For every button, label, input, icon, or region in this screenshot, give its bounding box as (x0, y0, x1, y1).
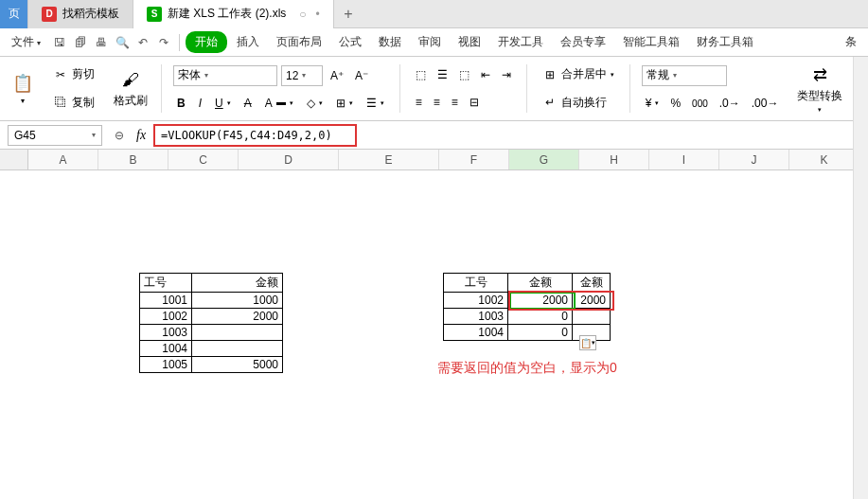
save-as-icon[interactable]: 🗐 (71, 33, 90, 52)
paste-options-button[interactable]: 📋▾ (579, 335, 596, 350)
source-table: 工号金额 10011000 10022000 1003 1004 1005500… (139, 273, 283, 373)
menu-layout[interactable]: 页面布局 (269, 30, 329, 54)
copy-icon: ⿻ (53, 95, 68, 110)
separator (179, 34, 180, 51)
font-size-combo[interactable]: 12▾ (281, 65, 323, 86)
border-button[interactable]: ⊞▾ (332, 95, 357, 112)
table-row: 1004 (140, 341, 283, 357)
menu-bar: 文件 ▾ 🖫 🗐 🖶 🔍 ↶ ↷ 开始 插入 页面布局 公式 数据 审阅 视图 … (0, 28, 868, 57)
dec-decimal-button[interactable]: .00→ (748, 95, 783, 112)
menu-review[interactable]: 审阅 (411, 30, 449, 54)
file-menu[interactable]: 文件 ▾ (4, 30, 48, 54)
tab-label: 找稻壳模板 (62, 6, 119, 22)
type-convert-button[interactable]: ⇄ 类型转换▾ (791, 61, 848, 116)
fill-color-button[interactable]: ◇▾ (303, 95, 327, 112)
col-header[interactable]: D (239, 150, 339, 169)
tab-workbook[interactable]: S 新建 XLS 工作表 (2).xls ○ • (133, 0, 334, 28)
wrap-text-button[interactable]: ↵自动换行 (539, 93, 618, 113)
save-icon[interactable]: 🖫 (50, 33, 69, 52)
strike-button[interactable]: A (240, 95, 256, 112)
align-left-button[interactable]: ≡ (412, 94, 426, 111)
indent-dec-button[interactable]: ⇤ (477, 66, 494, 83)
shrink-font-button[interactable]: A⁻ (351, 65, 372, 86)
col-header[interactable]: G (509, 150, 579, 169)
spreadsheet-icon: S (147, 7, 162, 22)
col-header[interactable]: H (579, 150, 649, 169)
lookup-table: 工号金额金额 100220002000 10030 10040 (443, 273, 611, 341)
menu-formula[interactable]: 公式 (331, 30, 369, 54)
number-format-combo[interactable]: 常规▾ (642, 65, 727, 86)
col-header[interactable]: I (649, 150, 719, 169)
bold-button[interactable]: B (173, 95, 189, 112)
table-row: 10022000 (140, 309, 283, 325)
inc-decimal-button[interactable]: .0→ (716, 95, 744, 112)
fx-icon[interactable]: fx (136, 128, 146, 143)
menu-member[interactable]: 会员专享 (553, 30, 613, 54)
tab-template[interactable]: D 找稻壳模板 (28, 0, 133, 28)
align-center-button[interactable]: ≡ (430, 94, 444, 111)
table-row: 1003 (140, 325, 283, 341)
close-icon[interactable]: • (316, 8, 320, 21)
undo-icon[interactable]: ↶ (133, 33, 152, 52)
tab-home[interactable]: 页 (0, 0, 28, 28)
align-middle-button[interactable]: ☰ (434, 66, 452, 83)
grow-font-button[interactable]: A⁺ (327, 65, 347, 86)
col-header[interactable]: E (339, 150, 439, 169)
name-box[interactable]: G45▾ (8, 125, 102, 146)
col-header[interactable]: C (168, 150, 239, 169)
col-header[interactable]: K (789, 150, 859, 169)
col-header[interactable]: B (98, 150, 168, 169)
table-row: 10011000 (140, 293, 283, 309)
wrap-icon: ↵ (542, 95, 558, 110)
col-header[interactable]: A (28, 150, 98, 169)
percent-button[interactable]: % (666, 95, 684, 112)
indent-inc-button[interactable]: ⇥ (498, 66, 515, 83)
menu-dev[interactable]: 开发工具 (490, 30, 551, 54)
align-right-button[interactable]: ≡ (448, 94, 462, 111)
menu-more[interactable]: 条 (838, 30, 864, 54)
vertical-scrollbar[interactable] (853, 57, 868, 499)
zoom-out-icon[interactable]: ⊖ (110, 126, 129, 145)
align-bottom-button[interactable]: ⬚ (455, 66, 473, 83)
copy-button[interactable]: ⿻复制 (49, 93, 98, 113)
menu-smartbox[interactable]: 智能工具箱 (615, 30, 687, 54)
preview-icon[interactable]: 🔍 (113, 33, 132, 52)
dirty-indicator: ○ (299, 8, 306, 21)
menu-start[interactable]: 开始 (186, 31, 227, 53)
menu-view[interactable]: 视图 (451, 30, 488, 54)
merge-icon: ⊞ (542, 67, 558, 82)
table-row: 100220002000 (444, 293, 611, 309)
table-row: 10030 (444, 309, 611, 325)
cell-style-button[interactable]: ☰▾ (363, 95, 388, 112)
formula-input[interactable]: =VLOOKUP(F45,C44:D49,2,0) (153, 124, 357, 147)
column-headers: A B C D E F G H I J K (0, 150, 868, 170)
cut-button[interactable]: ✂剪切 (49, 64, 98, 84)
print-icon[interactable]: 🖶 (92, 33, 111, 52)
distribute-button[interactable]: ⊟ (466, 94, 483, 111)
redo-icon[interactable]: ↷ (154, 33, 173, 52)
currency-button[interactable]: ¥▾ (642, 95, 664, 112)
menu-insert[interactable]: 插入 (229, 30, 267, 54)
formula-bar: G45▾ ⊖ fx =VLOOKUP(F45,C44:D49,2,0) (0, 121, 868, 150)
scissors-icon: ✂ (53, 67, 68, 82)
italic-button[interactable]: I (195, 95, 205, 112)
col-header[interactable]: J (719, 150, 789, 169)
merge-center-button[interactable]: ⊞合并居中▾ (539, 64, 618, 84)
col-header[interactable]: F (439, 150, 509, 169)
underline-button[interactable]: U▾ (211, 95, 235, 112)
ribbon: 📋 ▾ ✂剪切 ⿻复制 🖌 格式刷 宋体▾ 12▾ A⁺ A⁻ B I U▾ A… (0, 57, 868, 121)
tab-bar: 页 D 找稻壳模板 S 新建 XLS 工作表 (2).xls ○ • + (0, 0, 868, 28)
format-painter-button[interactable]: 🖌 格式刷 (108, 61, 153, 116)
menu-finbox[interactable]: 财务工具箱 (689, 30, 761, 54)
worksheet[interactable]: 工号金额 10011000 10022000 1003 1004 1005500… (0, 170, 868, 473)
comma-button[interactable]: 000 (688, 95, 712, 112)
select-all-corner[interactable] (0, 150, 28, 169)
paste-button[interactable]: 📋 ▾ (6, 61, 40, 116)
new-tab-button[interactable]: + (334, 6, 363, 23)
annotation-text: 需要返回的值为空白，显示为0 (437, 360, 617, 377)
tab-label: 新建 XLS 工作表 (2).xls (168, 6, 286, 22)
align-top-button[interactable]: ⬚ (412, 66, 430, 83)
font-color-button[interactable]: A▾ (261, 95, 297, 112)
font-name-combo[interactable]: 宋体▾ (173, 65, 277, 86)
menu-data[interactable]: 数据 (371, 30, 409, 54)
